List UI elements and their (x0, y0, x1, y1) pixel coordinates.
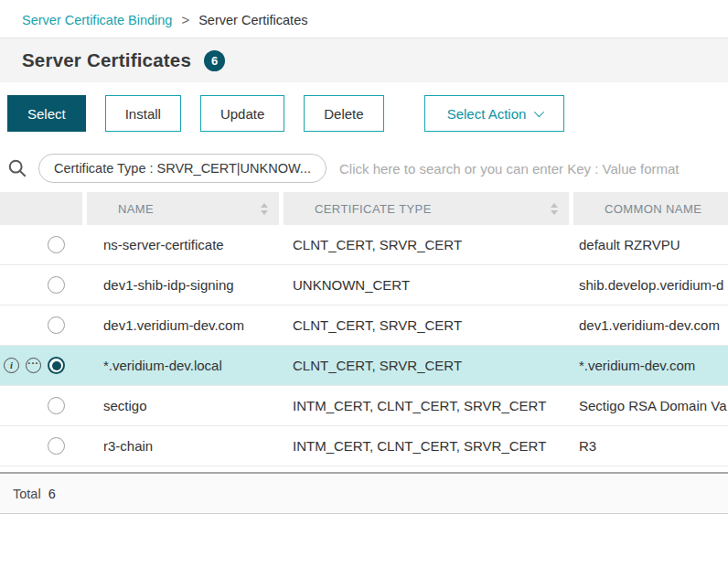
breadcrumb: Server Certificate Binding > Server Cert… (0, 0, 728, 38)
column-label-name: NAME (118, 202, 154, 216)
certificates-table: NAME CERTIFICATE TYPE COMMON NAME ns-ser… (0, 192, 728, 514)
page-header: Server Certificates 6 (0, 38, 728, 82)
cell-certificate-type: UNKNOWN_CERT (284, 265, 573, 305)
cell-name: *.veridium-dev.local (87, 346, 284, 385)
cell-common-name: dev1.veridium-dev.com (573, 305, 728, 345)
table-row-selected[interactable]: i ··· *.veridium-dev.local CLNT_CERT, SR… (0, 346, 728, 386)
cell-certificate-type: CLNT_CERT, SRVR_CERT (284, 346, 573, 385)
table-row[interactable]: sectigo INTM_CERT, CLNT_CERT, SRVR_CERT … (0, 386, 728, 426)
filter-chip-certificate-type[interactable]: Certificate Type : SRVR_CERT|UNKNOW... (38, 154, 327, 183)
row-controls (0, 426, 87, 466)
total-label: Total (13, 487, 41, 501)
cell-common-name: shib.develop.veridium-d (573, 265, 728, 305)
row-radio[interactable] (48, 357, 65, 374)
chevron-down-icon (534, 107, 544, 117)
row-controls (0, 225, 87, 264)
cell-certificate-type: CLNT_CERT, SRVR_CERT (284, 225, 573, 264)
toolbar: Select Install Update Delete Select Acti… (0, 82, 728, 145)
page: Server Certificate Binding > Server Cert… (0, 0, 728, 514)
cell-name: dev1-shib-idp-signing (87, 265, 284, 305)
sort-icon (551, 203, 558, 215)
cell-certificate-type: INTM_CERT, CLNT_CERT, SRVR_CERT (284, 386, 573, 425)
row-controls (0, 305, 87, 345)
table-header: NAME CERTIFICATE TYPE COMMON NAME (0, 192, 728, 225)
row-radio[interactable] (48, 316, 65, 334)
cell-name: ns-server-certificate (87, 225, 284, 264)
breadcrumb-current: Server Certificates (198, 13, 307, 27)
delete-button[interactable]: Delete (304, 95, 383, 132)
table-row[interactable]: ns-server-certificate CLNT_CERT, SRVR_CE… (0, 225, 728, 265)
select-action-label: Select Action (447, 106, 527, 122)
row-radio[interactable] (48, 236, 65, 253)
column-label-common-name: COMMON NAME (605, 202, 701, 216)
sort-icon (261, 203, 268, 215)
breadcrumb-separator: > (181, 12, 189, 27)
row-controls (0, 265, 87, 305)
column-header-common-name[interactable]: COMMON NAME (573, 192, 728, 225)
row-radio[interactable] (48, 397, 65, 414)
update-button[interactable]: Update (200, 95, 284, 132)
cell-certificate-type: CLNT_CERT, SRVR_CERT (284, 305, 573, 345)
cell-certificate-type: INTM_CERT, CLNT_CERT, SRVR_CERT (284, 426, 573, 466)
column-label-certificate-type: CERTIFICATE TYPE (315, 202, 432, 216)
search-input[interactable] (339, 161, 728, 177)
info-icon[interactable]: i (4, 358, 19, 373)
cell-name: sectigo (87, 386, 284, 425)
install-button[interactable]: Install (105, 95, 181, 132)
total-value: 6 (48, 487, 56, 501)
table-footer: Total 6 (0, 472, 728, 514)
row-radio[interactable] (48, 437, 65, 455)
row-controls: i ··· (0, 346, 87, 385)
select-action-button[interactable]: Select Action (424, 95, 565, 132)
cell-common-name: default RZRVPU (573, 225, 728, 264)
row-controls (0, 386, 87, 425)
cell-name: r3-chain (87, 426, 284, 466)
page-title: Server Certificates (22, 49, 191, 71)
ellipsis-icon[interactable]: ··· (26, 358, 41, 373)
cell-common-name: Sectigo RSA Domain Va (573, 386, 728, 425)
cell-common-name: *.veridium-dev.com (573, 346, 728, 385)
table-row[interactable]: dev1.veridium-dev.com CLNT_CERT, SRVR_CE… (0, 305, 728, 346)
table-row[interactable]: r3-chain INTM_CERT, CLNT_CERT, SRVR_CERT… (0, 426, 728, 466)
cell-common-name: R3 (573, 426, 728, 466)
search-bar: Certificate Type : SRVR_CERT|UNKNOW... (0, 145, 728, 192)
header-select-column (0, 192, 87, 225)
search-icon (7, 158, 27, 178)
table-row[interactable]: dev1-shib-idp-signing UNKNOWN_CERT shib.… (0, 265, 728, 305)
select-button[interactable]: Select (7, 95, 86, 132)
breadcrumb-link-server-certificate-binding[interactable]: Server Certificate Binding (22, 13, 172, 27)
column-header-name[interactable]: NAME (87, 192, 284, 225)
column-header-certificate-type[interactable]: CERTIFICATE TYPE (284, 192, 573, 225)
row-radio[interactable] (48, 276, 65, 294)
cell-name: dev1.veridium-dev.com (87, 305, 284, 345)
count-badge: 6 (204, 50, 225, 71)
